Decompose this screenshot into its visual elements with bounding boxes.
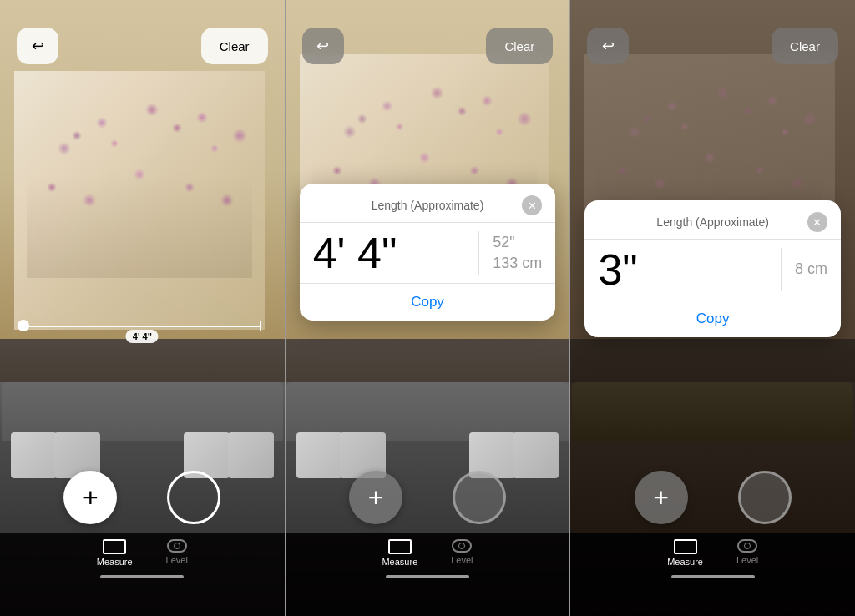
tab-measure-label-2: Measure xyxy=(382,557,417,567)
panel-3: ↩ Clear Length (Approximate) ✕ 3" 8 cm C… xyxy=(570,0,855,616)
tab-measure-2[interactable]: Measure xyxy=(382,539,417,567)
clear-button-1[interactable]: Clear xyxy=(201,28,268,64)
bottom-tabs-2: Measure Level xyxy=(286,539,570,567)
tab-level-label-3: Level xyxy=(736,555,758,565)
tab-measure-1[interactable]: Measure xyxy=(97,539,133,567)
home-indicator-2 xyxy=(386,575,469,578)
bottom-bar-2: Measure Level xyxy=(286,533,570,616)
back-button-2[interactable]: ↩ xyxy=(302,28,344,64)
action-buttons-3: + xyxy=(570,471,855,524)
level-icon-2 xyxy=(452,539,472,553)
shutter-button-2[interactable] xyxy=(453,471,506,524)
back-button-1[interactable]: ↩ xyxy=(17,28,58,64)
action-buttons-1: + xyxy=(0,471,285,524)
painting-1 xyxy=(14,71,265,330)
primary-value-3: 3" xyxy=(598,248,774,291)
secondary-value-2-1: 52" xyxy=(493,232,514,253)
measurement-popup-3: Length (Approximate) ✕ 3" 8 cm Copy xyxy=(584,200,841,337)
measure-line-1 xyxy=(23,326,261,327)
measure-icon-2 xyxy=(388,539,412,554)
add-point-button-2[interactable]: + xyxy=(349,471,402,524)
tab-level-label-1: Level xyxy=(166,555,188,565)
bottom-tabs-3: Measure Level xyxy=(570,539,855,567)
copy-button-3[interactable]: Copy xyxy=(584,300,841,337)
measure-icon-3 xyxy=(674,539,697,554)
bottom-tabs-1: Measure Level xyxy=(0,539,285,567)
tab-measure-label-3: Measure xyxy=(667,557,703,567)
home-indicator-1 xyxy=(100,575,184,578)
top-controls-2: ↩ Clear xyxy=(286,0,570,75)
home-indicator-3 xyxy=(671,575,755,578)
secondary-measurements-3: 8 cm xyxy=(781,248,827,291)
tab-measure-3[interactable]: Measure xyxy=(667,539,703,567)
primary-value-2: 4' 4" xyxy=(313,231,473,275)
panel-2: ↩ Clear Length (Approximate) ✕ 4' 4" 52"… xyxy=(286,0,570,616)
level-icon-3 xyxy=(737,539,757,553)
tab-level-2[interactable]: Level xyxy=(451,539,473,567)
measure-icon-1 xyxy=(103,539,126,554)
panel-1: 4' 4" ↩ Clear + Measure Level xyxy=(0,0,285,616)
clear-button-3[interactable]: Clear xyxy=(772,28,838,64)
popup-title-2: Length (Approximate) xyxy=(313,199,523,212)
secondary-measurements-2: 52" 133 cm xyxy=(478,231,542,275)
popup-header-3: Length (Approximate) ✕ xyxy=(584,200,841,240)
level-icon-1 xyxy=(167,539,187,553)
top-controls-3: ↩ Clear xyxy=(570,0,855,75)
top-controls-1: ↩ Clear xyxy=(0,0,285,75)
clear-button-2[interactable]: Clear xyxy=(486,28,553,64)
popup-measurements-2: 4' 4" 52" 133 cm xyxy=(300,223,556,284)
secondary-value-3-1: 8 cm xyxy=(795,259,827,280)
shutter-button-3[interactable] xyxy=(738,471,792,524)
add-point-button-1[interactable]: + xyxy=(63,471,117,524)
popup-close-2[interactable]: ✕ xyxy=(522,195,542,215)
copy-button-2[interactable]: Copy xyxy=(300,284,556,321)
tab-measure-label-1: Measure xyxy=(97,557,133,567)
add-point-button-3[interactable]: + xyxy=(635,471,688,524)
popup-title-3: Length (Approximate) xyxy=(598,215,807,229)
secondary-value-2-2: 133 cm xyxy=(493,253,542,274)
bottom-bar-3: Measure Level xyxy=(570,533,855,616)
sofa-back-3 xyxy=(572,382,853,441)
tab-level-label-2: Level xyxy=(451,555,473,565)
bottom-bar-1: Measure Level xyxy=(0,533,285,616)
action-buttons-2: + xyxy=(286,471,570,524)
popup-header-2: Length (Approximate) ✕ xyxy=(300,184,556,223)
measure-inline-label: 4' 4" xyxy=(126,330,159,343)
shutter-button-1[interactable] xyxy=(167,471,220,524)
back-button-3[interactable]: ↩ xyxy=(587,28,629,64)
popup-measurements-3: 3" 8 cm xyxy=(584,240,841,300)
popup-close-3[interactable]: ✕ xyxy=(807,212,827,232)
tab-level-3[interactable]: Level xyxy=(736,539,758,567)
tab-level-1[interactable]: Level xyxy=(166,539,188,567)
measurement-popup-2: Length (Approximate) ✕ 4' 4" 52" 133 cm … xyxy=(300,184,556,321)
